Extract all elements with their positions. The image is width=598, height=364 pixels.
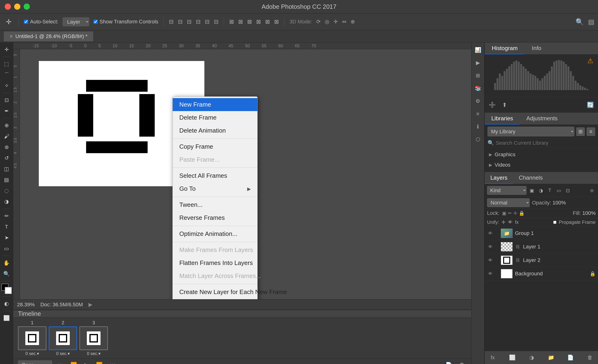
minimize-window-button[interactable] — [14, 4, 20, 10]
more-info-arrow[interactable]: ▶ — [89, 302, 92, 308]
layer-eye-layer1[interactable]: 👁 — [487, 243, 494, 250]
frame-1-thumb[interactable] — [18, 326, 46, 350]
library-group-graphics[interactable]: ▶ Graphics — [487, 150, 596, 159]
brush-tool[interactable]: 🖌 — [2, 132, 11, 141]
distribute-right-icon[interactable]: ⊠ — [247, 18, 252, 25]
library-grid-view-button[interactable]: ⊞ — [576, 127, 585, 136]
playback-options-select[interactable]: Once Loop Ping Pong — [18, 360, 52, 364]
layer-row-layer1[interactable]: 👁 ⛓ Layer 1 — [485, 240, 598, 254]
go-to-previous-frame-button[interactable]: ⏪ — [69, 361, 79, 364]
new-layer-button[interactable]: 📄 — [566, 353, 575, 362]
align-right-icon[interactable]: ⊟ — [187, 18, 191, 25]
lock-all-icon[interactable]: 🔒 — [519, 210, 525, 216]
layer-row-background[interactable]: 👁 Background 🔒 — [485, 267, 598, 281]
3d-pan-icon[interactable]: ✛ — [333, 19, 338, 25]
info-panel-icon[interactable]: ℹ — [473, 121, 483, 132]
3d-rotate-icon[interactable]: ⟳ — [316, 19, 321, 25]
menu-item-paste-frame[interactable]: Paste Frame... — [173, 153, 257, 166]
go-to-next-frame-button[interactable]: ⏩ — [94, 361, 104, 364]
unify-position-icon[interactable]: ✛ — [501, 219, 506, 225]
filter-smart-object-icon[interactable]: ⊡ — [564, 187, 572, 194]
tab-close-icon[interactable]: ✕ — [9, 34, 13, 39]
menu-item-create-new-layer-each-frame[interactable]: Create New Layer for Each New Frame — [173, 285, 257, 299]
3d-panel-icon[interactable]: ⬡ — [473, 134, 483, 145]
quick-mask-icon[interactable]: ◐ — [2, 299, 11, 308]
screen-mode-icon[interactable]: ⬜ — [2, 313, 11, 323]
hand-tool[interactable]: ✋ — [2, 258, 11, 268]
upload-icon[interactable]: ⬆ — [499, 100, 510, 110]
menu-item-tween[interactable]: Tween... — [173, 198, 257, 211]
filter-toggle-icon[interactable]: ⊗ — [588, 187, 596, 194]
move-tool-icon[interactable]: ✛ — [4, 17, 13, 26]
type-tool[interactable]: T — [2, 222, 11, 232]
layer-eye-group1[interactable]: 👁 — [487, 230, 494, 237]
tab-adjustments[interactable]: Adjustments — [520, 113, 564, 125]
panel-toggle-icon[interactable]: ▤ — [588, 18, 594, 26]
filter-type-icon[interactable]: T — [546, 187, 554, 194]
tab-channels[interactable]: Channels — [513, 172, 548, 184]
lock-transparent-icon[interactable]: ▣ — [502, 210, 507, 216]
lock-paint-icon[interactable]: ✏ — [508, 210, 512, 216]
layers-panel-icon[interactable]: ⊞ — [473, 70, 483, 81]
new-frame-button[interactable]: 📄 — [444, 361, 454, 364]
propagate-frame-checkbox[interactable] — [553, 221, 556, 224]
blur-tool[interactable]: ◌ — [2, 186, 11, 195]
layer-eye-background[interactable]: 👁 — [487, 270, 494, 277]
menu-item-select-all-frames[interactable]: Select All Frames — [173, 169, 257, 182]
clone-stamp-tool[interactable]: ⊛ — [2, 143, 11, 152]
library-list-view-button[interactable]: ≡ — [587, 127, 595, 136]
align-left-icon[interactable]: ⊟ — [169, 18, 174, 25]
eyedropper-tool[interactable]: ✒ — [2, 106, 11, 116]
shape-tool[interactable]: ▭ — [2, 244, 11, 253]
menu-item-match-layer-across-frames[interactable]: Match Layer Across Frames... — [173, 269, 257, 283]
adjustments-panel-icon[interactable]: ⚙ — [473, 96, 483, 106]
filter-adjustment-icon[interactable]: ◑ — [537, 187, 545, 194]
blend-mode-select[interactable]: Normal Dissolve Multiply Screen — [487, 198, 530, 207]
3d-orbit-icon[interactable]: ◎ — [325, 19, 329, 25]
layer-link-icon-2[interactable]: ⛓ — [515, 257, 521, 263]
distribute-center-h-icon[interactable]: ⊠ — [238, 18, 243, 25]
fg-bg-color[interactable] — [1, 284, 12, 294]
library-group-videos[interactable]: ▶ Videos — [487, 161, 596, 170]
play-stop-button[interactable]: ▶ — [83, 361, 90, 364]
unify-style-icon[interactable]: fx — [515, 219, 519, 225]
frame-1-duration[interactable]: 0 sec.▾ — [25, 351, 39, 356]
layer-row-layer2[interactable]: 👁 ⛓ Layer 2 — [485, 254, 598, 267]
crop-tool[interactable]: ⊡ — [2, 96, 11, 105]
show-transform-controls-checkbox[interactable]: Show Transform Controls — [93, 19, 158, 25]
eraser-tool[interactable]: ◫ — [2, 164, 11, 174]
add-layer-icon[interactable]: ➕ — [487, 100, 498, 110]
align-top-icon[interactable]: ⊟ — [196, 18, 201, 25]
distribute-bottom-icon[interactable]: ⊠ — [274, 18, 279, 25]
align-bottom-icon[interactable]: ⊟ — [214, 18, 219, 25]
add-link-style-button[interactable]: fx — [489, 353, 497, 362]
menu-item-reverse-frames[interactable]: Reverse Frames — [173, 211, 257, 224]
opacity-value[interactable]: 100% — [553, 200, 566, 206]
pen-tool[interactable]: ✏ — [2, 211, 11, 221]
distribute-left-icon[interactable]: ⊠ — [229, 18, 234, 25]
sync-icon[interactable]: 🔄 — [585, 100, 596, 110]
distribute-top-icon[interactable]: ⊠ — [256, 18, 261, 25]
play-icon[interactable]: ▶ — [473, 58, 483, 68]
new-group-button[interactable]: 📁 — [547, 353, 556, 362]
history-brush-tool[interactable]: ↺ — [2, 154, 11, 163]
align-center-h-icon[interactable]: ⊟ — [178, 18, 183, 25]
go-to-first-frame-button[interactable]: ⏮ — [56, 361, 65, 364]
gradient-tool[interactable]: ▤ — [2, 175, 11, 185]
go-to-last-frame-button[interactable]: ⏭ — [108, 361, 117, 364]
menu-item-go-to[interactable]: Go To ▶ — [173, 182, 257, 195]
auto-select-checkbox[interactable]: Auto-Select: — [24, 19, 58, 25]
auto-select-dropdown[interactable]: Layer Group — [63, 17, 89, 26]
layer-row-group1[interactable]: 👁 📁 Group 1 — [485, 227, 598, 240]
document-tab[interactable]: ✕ Untitled-1 @ 28.4% (RGB/8#) * — [4, 32, 93, 41]
filter-shape-icon[interactable]: ▭ — [555, 187, 563, 194]
menu-item-new-frame[interactable]: New Frame — [173, 98, 257, 111]
menu-item-new-layers-visible-all-frames[interactable]: ✓ New Layers Visible in All Frames — [173, 299, 257, 299]
rectangular-marquee-tool[interactable]: ⬚ — [2, 59, 11, 69]
maximize-window-button[interactable] — [24, 4, 30, 10]
layer-eye-layer2[interactable]: 👁 — [487, 257, 494, 264]
menu-item-delete-animation[interactable]: Delete Animation — [173, 124, 257, 137]
quick-select-tool[interactable]: ✧ — [2, 81, 11, 90]
add-mask-button[interactable]: ⬜ — [508, 353, 516, 362]
tab-layers[interactable]: Layers — [485, 172, 513, 184]
